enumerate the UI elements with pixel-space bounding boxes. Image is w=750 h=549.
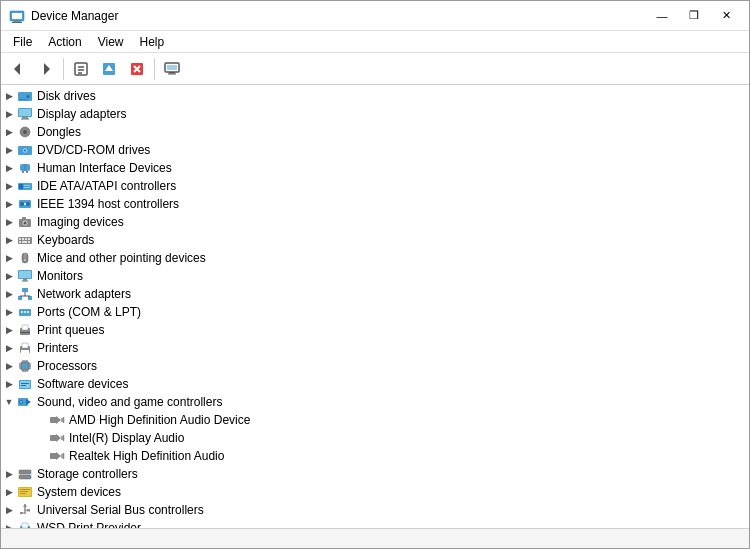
tree-item-software-devices[interactable]: ▶ Software devices — [1, 375, 749, 393]
tree-item-keyboards[interactable]: ▶ Keyboards — [1, 231, 749, 249]
minimize-button[interactable]: — — [647, 6, 677, 26]
tree-item-monitors[interactable]: ▶ Monitors — [1, 267, 749, 285]
back-button[interactable] — [5, 56, 31, 82]
imaging-icon — [17, 214, 33, 230]
toggle-keyboards[interactable]: ▶ — [1, 232, 17, 248]
toggle-disk-drives[interactable]: ▶ — [1, 88, 17, 104]
toggle-monitors[interactable]: ▶ — [1, 268, 17, 284]
toggle-print-queues[interactable]: ▶ — [1, 322, 17, 338]
toggle-human-interface[interactable]: ▶ — [1, 160, 17, 176]
tree-item-storage-controllers[interactable]: ▶ Storage controllers — [1, 465, 749, 483]
scan-icon — [164, 61, 180, 77]
toggle-network[interactable]: ▶ — [1, 286, 17, 302]
svg-point-117 — [28, 476, 30, 478]
tree-item-processors[interactable]: ▶ — [1, 357, 749, 375]
title-bar: Device Manager — ❒ ✕ — [1, 1, 749, 31]
svg-rect-77 — [22, 343, 28, 348]
svg-rect-120 — [20, 489, 30, 490]
menu-view[interactable]: View — [90, 33, 132, 51]
device-tree[interactable]: ▶ Disk drives ▶ — [1, 85, 749, 528]
toggle-software-devices[interactable]: ▶ — [1, 376, 17, 392]
window-icon — [9, 8, 25, 24]
tree-item-sound-video[interactable]: ▼ Sound, video and game controllers — [1, 393, 749, 411]
tree-item-mice[interactable]: ▶ Mice and other pointing devices — [1, 249, 749, 267]
toggle-processors[interactable]: ▶ — [1, 358, 17, 374]
toggle-display-adapters[interactable]: ▶ — [1, 106, 17, 122]
svg-rect-73 — [22, 325, 28, 330]
toggle-mice[interactable]: ▶ — [1, 250, 17, 266]
tree-item-usb-controllers[interactable]: ▶ Universal Serial Bus controllers — [1, 501, 749, 519]
toggle-dongles[interactable]: ▶ — [1, 124, 17, 140]
toggle-printers[interactable]: ▶ — [1, 340, 17, 356]
svg-rect-21 — [19, 99, 27, 100]
svg-point-30 — [24, 150, 26, 152]
tree-item-network[interactable]: ▶ Network adapters — [1, 285, 749, 303]
svg-marker-103 — [56, 416, 61, 424]
tree-item-wsd-print[interactable]: ▶ WSD Print Provider — [1, 519, 749, 528]
content-area: ▶ Disk drives ▶ — [1, 85, 749, 528]
properties-icon — [73, 61, 89, 77]
tree-item-disk-drives[interactable]: ▶ Disk drives — [1, 87, 749, 105]
svg-rect-97 — [21, 385, 26, 386]
menu-help[interactable]: Help — [132, 33, 173, 51]
network-label: Network adapters — [37, 287, 131, 301]
monitors-label: Monitors — [37, 269, 83, 283]
svg-point-101 — [20, 401, 22, 403]
tree-item-print-queues[interactable]: ▶ Print queues — [1, 321, 749, 339]
tree-item-amd-audio[interactable]: ▶ AMD High Definition Audio Device — [33, 411, 749, 429]
toggle-dvd-rom[interactable]: ▶ — [1, 142, 17, 158]
usb-controllers-label: Universal Serial Bus controllers — [37, 503, 204, 517]
tree-item-display-adapters[interactable]: ▶ Display adapters — [1, 105, 749, 123]
toggle-system-devices[interactable]: ▶ — [1, 484, 17, 500]
scan-button[interactable] — [159, 56, 185, 82]
ieee-1394-icon — [17, 196, 33, 212]
tree-item-realtek-audio[interactable]: ▶ Realtek High Definition Audio — [33, 447, 749, 465]
ports-label: Ports (COM & LPT) — [37, 305, 141, 319]
toggle-ieee-1394[interactable]: ▶ — [1, 196, 17, 212]
svg-rect-1 — [12, 13, 22, 19]
tree-item-dvd-rom[interactable]: ▶ DVD/CD-ROM drives — [1, 141, 749, 159]
svg-marker-5 — [44, 63, 50, 75]
tree-item-intel-display-audio[interactable]: ▶ Intel(R) Display Audio — [33, 429, 749, 447]
tree-item-ports[interactable]: ▶ Ports (COM & LPT) — [1, 303, 749, 321]
ide-atapi-icon — [17, 178, 33, 194]
svg-marker-111 — [56, 452, 61, 460]
tree-item-imaging[interactable]: ▶ Imaging devices — [1, 213, 749, 231]
properties-button[interactable] — [68, 56, 94, 82]
tree-item-system-devices[interactable]: ▶ System devices — [1, 483, 749, 501]
svg-rect-79 — [28, 347, 30, 349]
svg-rect-59 — [19, 271, 31, 278]
toggle-ide-atapi[interactable]: ▶ — [1, 178, 17, 194]
toggle-wsd-print[interactable]: ▶ — [1, 520, 17, 528]
toggle-imaging[interactable]: ▶ — [1, 214, 17, 230]
update-driver-icon — [101, 61, 117, 77]
svg-rect-96 — [21, 383, 29, 384]
window-title: Device Manager — [31, 9, 647, 23]
intel-audio-icon — [49, 430, 65, 446]
tree-item-printers[interactable]: ▶ Printers — [1, 339, 749, 357]
uninstall-icon — [129, 61, 145, 77]
sound-video-icon — [17, 394, 33, 410]
printers-label: Printers — [37, 341, 78, 355]
toggle-sound-video[interactable]: ▼ — [1, 394, 17, 410]
display-adapters-icon — [17, 106, 33, 122]
tree-item-ieee-1394[interactable]: ▶ IEEE 1394 host controllers — [1, 195, 749, 213]
update-driver-button[interactable] — [96, 56, 122, 82]
svg-point-70 — [24, 311, 26, 313]
tree-item-dongles[interactable]: ▶ Dongles — [1, 123, 749, 141]
close-button[interactable]: ✕ — [711, 6, 741, 26]
forward-button[interactable] — [33, 56, 59, 82]
tree-item-human-interface[interactable]: ▶ Human Interface Devices — [1, 159, 749, 177]
toggle-storage-controllers[interactable]: ▶ — [1, 466, 17, 482]
toggle-usb-controllers[interactable]: ▶ — [1, 502, 17, 518]
forward-icon — [38, 61, 54, 77]
disk-drives-icon — [17, 88, 33, 104]
realtek-audio-label: Realtek High Definition Audio — [69, 449, 224, 463]
menu-action[interactable]: Action — [40, 33, 89, 51]
menu-file[interactable]: File — [5, 33, 40, 51]
maximize-button[interactable]: ❒ — [679, 6, 709, 26]
toggle-ports[interactable]: ▶ — [1, 304, 17, 320]
tree-item-ide-atapi[interactable]: ▶ IDE ATA/ATAPI controllers — [1, 177, 749, 195]
svg-point-69 — [21, 311, 23, 313]
uninstall-button[interactable] — [124, 56, 150, 82]
